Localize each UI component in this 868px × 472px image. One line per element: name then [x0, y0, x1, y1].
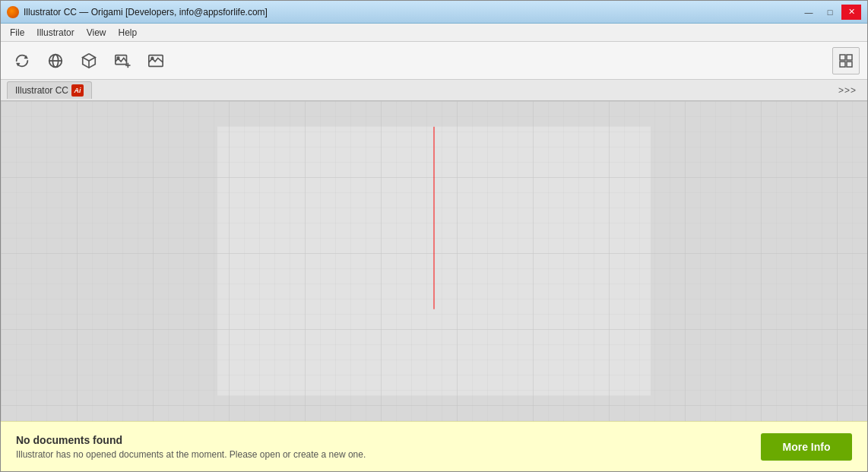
3d-box-icon	[81, 52, 97, 69]
title-bar-left: Illustrator CC — Origami [Developers, in…	[7, 6, 268, 18]
image-view-icon	[147, 52, 164, 69]
notification-text-block: No documents found Illustrator has no op…	[16, 434, 366, 460]
image-add-button[interactable]	[109, 47, 136, 74]
image-add-icon	[114, 52, 131, 69]
globe-icon	[47, 52, 64, 69]
svg-rect-11	[847, 55, 852, 60]
svg-rect-12	[840, 62, 845, 67]
canvas-area	[1, 101, 867, 421]
svg-rect-13	[847, 62, 852, 67]
notification-title: No documents found	[16, 434, 366, 446]
app-window: Illustrator CC — Origami [Developers, in…	[0, 0, 868, 472]
menu-file[interactable]: File	[4, 26, 30, 40]
svg-point-5	[117, 56, 119, 59]
toolbar	[1, 42, 867, 80]
title-bar: Illustrator CC — Origami [Developers, in…	[1, 1, 867, 24]
perspective-grid	[1, 101, 867, 421]
layout-icon	[838, 53, 854, 68]
svg-rect-10	[840, 55, 845, 60]
tab-bar: Illustrator CC Ai >>>	[1, 80, 867, 101]
image-view-button[interactable]	[142, 47, 169, 74]
menu-illustrator[interactable]: Illustrator	[30, 26, 80, 40]
grid-background	[1, 101, 867, 421]
maximize-button[interactable]: □	[820, 5, 840, 20]
ai-badge: Ai	[71, 84, 84, 97]
menu-help[interactable]: Help	[112, 26, 144, 40]
window-controls: — □ ✕	[799, 5, 861, 20]
globe-button[interactable]	[42, 47, 69, 74]
close-button[interactable]: ✕	[841, 5, 861, 20]
app-icon	[7, 6, 19, 18]
layout-button[interactable]	[832, 47, 860, 74]
menu-view[interactable]: View	[81, 26, 112, 40]
3d-box-button[interactable]	[75, 47, 103, 74]
refresh-button[interactable]	[8, 47, 36, 74]
minimize-button[interactable]: —	[799, 5, 819, 20]
more-info-button[interactable]: More Info	[761, 433, 852, 461]
refresh-icon	[14, 52, 30, 69]
notification-bar: No documents found Illustrator has no op…	[1, 421, 867, 471]
svg-point-9	[151, 57, 154, 59]
illustrator-tab[interactable]: Illustrator CC Ai	[7, 81, 92, 99]
notification-subtitle: Illustrator has no opened documents at t…	[16, 449, 366, 460]
tab-label: Illustrator CC	[15, 85, 68, 96]
window-title: Illustrator CC — Origami [Developers, in…	[24, 7, 268, 17]
menu-bar: File Illustrator View Help	[1, 24, 867, 42]
tab-more-button[interactable]: >>>	[834, 84, 861, 97]
